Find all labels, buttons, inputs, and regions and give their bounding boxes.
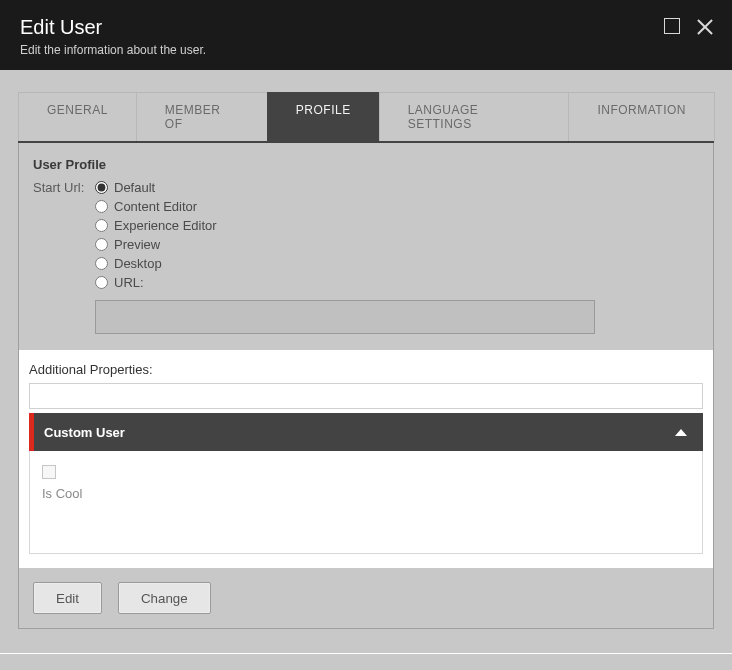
radio-option-content-editor[interactable]: Content Editor (95, 197, 699, 216)
dialog-footer: OK Cancel (0, 654, 732, 670)
radio-experience-editor-label: Experience Editor (114, 218, 217, 233)
close-button[interactable] (696, 18, 714, 36)
radio-content-editor[interactable] (95, 200, 108, 213)
radio-option-experience-editor[interactable]: Experience Editor (95, 216, 699, 235)
custom-user-group-body: Is Cool (29, 451, 703, 554)
additional-properties-label: Additional Properties: (29, 362, 703, 377)
radio-option-url[interactable]: URL: (95, 273, 699, 292)
radio-default-label: Default (114, 180, 155, 195)
radio-preview[interactable] (95, 238, 108, 251)
is-cool-field[interactable]: Is Cool (42, 465, 690, 501)
start-url-input[interactable] (95, 300, 595, 334)
radio-url-label: URL: (114, 275, 144, 290)
additional-properties-field[interactable] (29, 383, 703, 409)
radio-desktop[interactable] (95, 257, 108, 270)
radio-preview-label: Preview (114, 237, 160, 252)
is-cool-checkbox[interactable] (42, 465, 56, 479)
additional-properties-section: Additional Properties: Custom User Is Co… (19, 350, 713, 568)
maximize-button[interactable] (664, 18, 682, 36)
profile-panel: User Profile Start Url: Default Content … (18, 143, 714, 629)
tab-profile[interactable]: PROFILE (267, 92, 380, 141)
tab-language-settings[interactable]: LANGUAGE SETTINGS (379, 92, 570, 141)
custom-user-group-title: Custom User (44, 425, 125, 440)
title-bar: Edit User Edit the information about the… (0, 0, 732, 70)
chevron-up-icon (675, 429, 687, 436)
start-url-label: Start Url: (33, 178, 95, 334)
dialog-title: Edit User (20, 16, 712, 39)
custom-user-group-header[interactable]: Custom User (29, 413, 703, 451)
tab-general[interactable]: GENERAL (18, 92, 137, 141)
radio-default[interactable] (95, 181, 108, 194)
radio-option-preview[interactable]: Preview (95, 235, 699, 254)
edit-button[interactable]: Edit (33, 582, 102, 614)
radio-url[interactable] (95, 276, 108, 289)
change-button[interactable]: Change (118, 582, 211, 614)
tab-bar: GENERAL MEMBER OF PROFILE LANGUAGE SETTI… (18, 92, 714, 143)
radio-experience-editor[interactable] (95, 219, 108, 232)
tab-information[interactable]: INFORMATION (568, 92, 715, 141)
dialog-subtitle: Edit the information about the user. (20, 43, 712, 57)
radio-desktop-label: Desktop (114, 256, 162, 271)
is-cool-label: Is Cool (42, 486, 690, 501)
section-title-user-profile: User Profile (19, 157, 713, 178)
radio-content-editor-label: Content Editor (114, 199, 197, 214)
tab-member-of[interactable]: MEMBER OF (136, 92, 268, 141)
radio-option-default[interactable]: Default (95, 178, 699, 197)
radio-option-desktop[interactable]: Desktop (95, 254, 699, 273)
